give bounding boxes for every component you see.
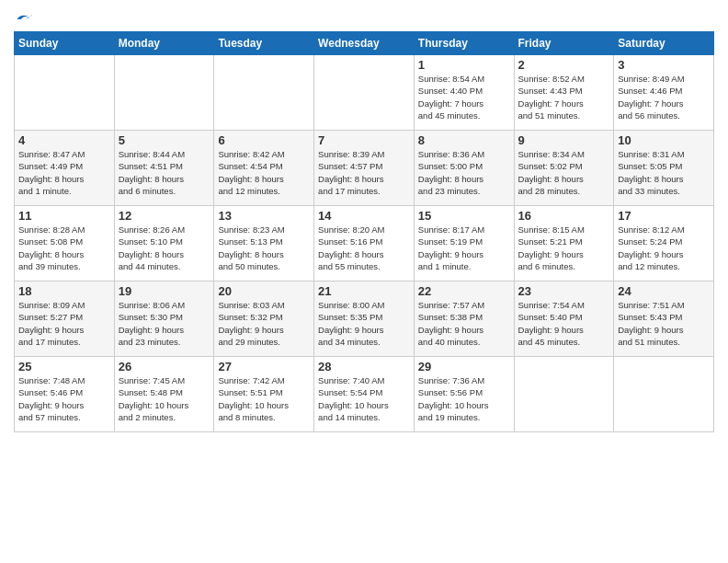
calendar-cell: 21Sunrise: 8:00 AM Sunset: 5:35 PM Dayli…: [314, 282, 415, 357]
calendar-cell: 10Sunrise: 8:31 AM Sunset: 5:05 PM Dayli…: [614, 131, 714, 206]
day-info: Sunrise: 8:26 AM Sunset: 5:10 PM Dayligh…: [119, 224, 210, 272]
day-number: 14: [318, 209, 410, 223]
day-number: 4: [18, 133, 110, 147]
day-number: 9: [518, 133, 610, 147]
calendar-week-5: 25Sunrise: 7:48 AM Sunset: 5:46 PM Dayli…: [15, 357, 714, 432]
calendar-cell: 4Sunrise: 8:47 AM Sunset: 4:49 PM Daylig…: [15, 131, 115, 206]
page: SundayMondayTuesdayWednesdayThursdayFrid…: [0, 0, 728, 563]
calendar-header-wednesday: Wednesday: [314, 32, 415, 55]
day-info: Sunrise: 8:54 AM Sunset: 4:40 PM Dayligh…: [418, 73, 510, 121]
day-info: Sunrise: 8:31 AM Sunset: 5:05 PM Dayligh…: [618, 148, 710, 197]
day-number: 19: [119, 284, 210, 298]
calendar: SundayMondayTuesdayWednesdayThursdayFrid…: [14, 31, 714, 432]
calendar-cell: 5Sunrise: 8:44 AM Sunset: 4:51 PM Daylig…: [114, 131, 214, 206]
day-info: Sunrise: 7:42 AM Sunset: 5:51 PM Dayligh…: [218, 374, 310, 423]
day-info: Sunrise: 8:39 AM Sunset: 4:57 PM Dayligh…: [318, 148, 410, 197]
day-info: Sunrise: 7:40 AM Sunset: 5:54 PM Dayligh…: [318, 374, 410, 423]
calendar-cell: 19Sunrise: 8:06 AM Sunset: 5:30 PM Dayli…: [114, 282, 214, 357]
day-number: 16: [518, 209, 610, 223]
day-info: Sunrise: 8:34 AM Sunset: 5:02 PM Dayligh…: [518, 148, 610, 197]
calendar-cell: [314, 55, 415, 131]
day-number: 12: [119, 209, 210, 223]
day-info: Sunrise: 7:51 AM Sunset: 5:43 PM Dayligh…: [618, 299, 710, 348]
calendar-cell: [15, 55, 115, 131]
day-number: 13: [218, 209, 310, 223]
day-number: 7: [318, 133, 410, 147]
calendar-cell: [114, 55, 214, 131]
calendar-cell: 6Sunrise: 8:42 AM Sunset: 4:54 PM Daylig…: [214, 131, 314, 206]
day-number: 2: [518, 58, 610, 72]
calendar-cell: [214, 55, 314, 131]
calendar-header-friday: Friday: [514, 32, 614, 55]
day-info: Sunrise: 8:44 AM Sunset: 4:51 PM Dayligh…: [119, 148, 210, 197]
day-number: 11: [18, 209, 110, 223]
calendar-header-thursday: Thursday: [414, 32, 514, 55]
day-info: Sunrise: 8:47 AM Sunset: 4:49 PM Dayligh…: [18, 148, 110, 197]
calendar-cell: 24Sunrise: 7:51 AM Sunset: 5:43 PM Dayli…: [614, 282, 714, 357]
calendar-cell: 13Sunrise: 8:23 AM Sunset: 5:13 PM Dayli…: [214, 206, 314, 282]
calendar-cell: 23Sunrise: 7:54 AM Sunset: 5:40 PM Dayli…: [514, 282, 614, 357]
day-info: Sunrise: 7:36 AM Sunset: 5:56 PM Dayligh…: [418, 374, 510, 423]
day-number: 26: [119, 360, 210, 373]
day-info: Sunrise: 7:45 AM Sunset: 5:48 PM Dayligh…: [119, 374, 210, 423]
calendar-cell: 7Sunrise: 8:39 AM Sunset: 4:57 PM Daylig…: [314, 131, 415, 206]
day-number: 22: [418, 284, 510, 298]
day-info: Sunrise: 8:03 AM Sunset: 5:32 PM Dayligh…: [218, 299, 310, 348]
day-info: Sunrise: 8:15 AM Sunset: 5:21 PM Dayligh…: [518, 224, 610, 272]
day-info: Sunrise: 8:00 AM Sunset: 5:35 PM Dayligh…: [318, 299, 410, 348]
day-number: 10: [618, 133, 710, 147]
calendar-cell: 17Sunrise: 8:12 AM Sunset: 5:24 PM Dayli…: [614, 206, 714, 282]
day-info: Sunrise: 8:17 AM Sunset: 5:19 PM Dayligh…: [418, 224, 510, 272]
day-number: 28: [318, 360, 410, 373]
calendar-cell: 2Sunrise: 8:52 AM Sunset: 4:43 PM Daylig…: [514, 55, 614, 131]
day-number: 17: [618, 209, 710, 223]
day-info: Sunrise: 8:12 AM Sunset: 5:24 PM Dayligh…: [618, 224, 710, 272]
calendar-header-sunday: Sunday: [15, 32, 115, 55]
calendar-cell: 20Sunrise: 8:03 AM Sunset: 5:32 PM Dayli…: [214, 282, 314, 357]
calendar-cell: 27Sunrise: 7:42 AM Sunset: 5:51 PM Dayli…: [214, 357, 314, 432]
day-number: 15: [418, 209, 510, 223]
day-number: 8: [418, 133, 510, 147]
day-info: Sunrise: 8:23 AM Sunset: 5:13 PM Dayligh…: [218, 224, 310, 272]
calendar-cell: 1Sunrise: 8:54 AM Sunset: 4:40 PM Daylig…: [414, 55, 514, 131]
calendar-header-row: SundayMondayTuesdayWednesdayThursdayFrid…: [15, 32, 714, 55]
day-info: Sunrise: 7:48 AM Sunset: 5:46 PM Dayligh…: [18, 374, 110, 423]
calendar-week-2: 4Sunrise: 8:47 AM Sunset: 4:49 PM Daylig…: [15, 131, 714, 206]
day-info: Sunrise: 8:06 AM Sunset: 5:30 PM Dayligh…: [119, 299, 210, 348]
day-number: 23: [518, 284, 610, 298]
day-number: 29: [418, 360, 510, 373]
calendar-cell: 14Sunrise: 8:20 AM Sunset: 5:16 PM Dayli…: [314, 206, 415, 282]
calendar-cell: 8Sunrise: 8:36 AM Sunset: 5:00 PM Daylig…: [414, 131, 514, 206]
day-number: 3: [618, 58, 710, 72]
calendar-cell: 28Sunrise: 7:40 AM Sunset: 5:54 PM Dayli…: [314, 357, 415, 432]
calendar-cell: 16Sunrise: 8:15 AM Sunset: 5:21 PM Dayli…: [514, 206, 614, 282]
calendar-cell: 11Sunrise: 8:28 AM Sunset: 5:08 PM Dayli…: [15, 206, 115, 282]
calendar-cell: 18Sunrise: 8:09 AM Sunset: 5:27 PM Dayli…: [15, 282, 115, 357]
calendar-cell: [614, 357, 714, 432]
day-number: 5: [119, 133, 210, 147]
day-info: Sunrise: 8:28 AM Sunset: 5:08 PM Dayligh…: [18, 224, 110, 272]
calendar-cell: 9Sunrise: 8:34 AM Sunset: 5:02 PM Daylig…: [514, 131, 614, 206]
day-number: 24: [618, 284, 710, 298]
day-number: 21: [318, 284, 410, 298]
logo: [14, 13, 32, 26]
calendar-cell: 26Sunrise: 7:45 AM Sunset: 5:48 PM Dayli…: [114, 357, 214, 432]
calendar-header-saturday: Saturday: [614, 32, 714, 55]
calendar-header-tuesday: Tuesday: [214, 32, 314, 55]
calendar-header-monday: Monday: [114, 32, 214, 55]
day-number: 18: [18, 284, 110, 298]
day-info: Sunrise: 7:57 AM Sunset: 5:38 PM Dayligh…: [418, 299, 510, 348]
day-number: 6: [218, 133, 310, 147]
day-info: Sunrise: 8:09 AM Sunset: 5:27 PM Dayligh…: [18, 299, 110, 348]
day-number: 20: [218, 284, 310, 298]
day-number: 25: [18, 360, 110, 373]
calendar-week-4: 18Sunrise: 8:09 AM Sunset: 5:27 PM Dayli…: [15, 282, 714, 357]
day-number: 27: [218, 360, 310, 373]
calendar-cell: 29Sunrise: 7:36 AM Sunset: 5:56 PM Dayli…: [414, 357, 514, 432]
day-info: Sunrise: 7:54 AM Sunset: 5:40 PM Dayligh…: [518, 299, 610, 348]
logo-bird-icon: [16, 13, 32, 26]
day-info: Sunrise: 8:52 AM Sunset: 4:43 PM Dayligh…: [518, 73, 610, 121]
calendar-cell: 25Sunrise: 7:48 AM Sunset: 5:46 PM Dayli…: [15, 357, 115, 432]
calendar-cell: 22Sunrise: 7:57 AM Sunset: 5:38 PM Dayli…: [414, 282, 514, 357]
calendar-cell: 3Sunrise: 8:49 AM Sunset: 4:46 PM Daylig…: [614, 55, 714, 131]
